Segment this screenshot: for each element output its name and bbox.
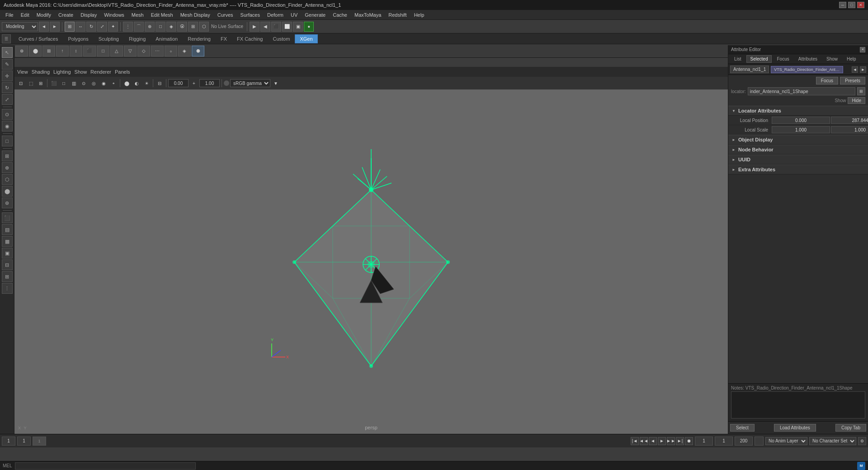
tb2-btn4[interactable]: ⊞: [42, 46, 55, 56]
mel-script-input[interactable]: [15, 462, 196, 470]
tb-render2[interactable]: ◀: [260, 22, 270, 32]
menu-windows[interactable]: Windows: [100, 11, 128, 19]
vp-btn-film[interactable]: ⬚: [26, 79, 35, 88]
tb-ipr[interactable]: ●: [304, 22, 314, 32]
vp-btn-shading5[interactable]: ◎: [89, 79, 98, 88]
tool-snap5[interactable]: ⊛: [2, 197, 13, 208]
tb2-btn6[interactable]: ↕: [70, 46, 82, 56]
notes-textarea[interactable]: [731, 391, 865, 418]
tb-magnet[interactable]: ⦿: [177, 22, 187, 32]
menu-redshift[interactable]: Redshift: [385, 11, 410, 19]
status-settings[interactable]: ⚙: [858, 437, 866, 445]
tb-snap-point[interactable]: ⊕: [145, 22, 155, 32]
tab-animation[interactable]: Animation: [151, 34, 183, 43]
tool-extra5[interactable]: ⊟: [2, 259, 13, 270]
char-set-dropdown[interactable]: No Character Set: [809, 437, 856, 445]
menu-surfaces[interactable]: Surfaces: [237, 11, 264, 19]
menu-mesh[interactable]: Mesh: [128, 11, 147, 19]
vp-colorspace-btn[interactable]: ▼: [271, 79, 280, 88]
tb-render1[interactable]: ▶: [250, 22, 259, 32]
window-controls[interactable]: ─ □ ✕: [839, 2, 864, 8]
view-menu-renderer[interactable]: Renderer: [90, 69, 111, 75]
tool-extra7[interactable]: ⋮: [2, 283, 13, 294]
vp-btn-shading2[interactable]: □: [59, 79, 68, 88]
vp-zero-input[interactable]: [168, 79, 189, 87]
anim-layer-dropdown[interactable]: No Anim Layer: [765, 437, 807, 445]
tb2-btn15[interactable]: ⬣: [192, 46, 204, 56]
attr-tab-list[interactable]: List: [730, 55, 745, 63]
tool-paint[interactable]: ✎: [2, 59, 13, 70]
tool-extra1[interactable]: ⬛: [2, 212, 13, 223]
attr-tab-show[interactable]: Show: [822, 55, 842, 63]
local-pos-x[interactable]: [772, 117, 830, 124]
tb2-btn3[interactable]: ⬤: [29, 46, 42, 56]
tool-snap4[interactable]: ⬤: [2, 186, 13, 197]
tb-btn-2[interactable]: ►: [50, 22, 60, 32]
tb-render3[interactable]: ⬛: [271, 22, 281, 32]
maximize-button[interactable]: □: [848, 2, 855, 8]
menu-curves[interactable]: Curves: [214, 11, 237, 19]
tb2-btn5[interactable]: ↑: [56, 46, 69, 56]
locator-icon[interactable]: ⊞: [857, 87, 865, 95]
tab-xgen[interactable]: XGen: [295, 34, 317, 43]
tool-lasso[interactable]: ⊙: [2, 109, 13, 120]
nav-next[interactable]: ►: [860, 66, 866, 73]
menu-generate[interactable]: Generate: [301, 11, 329, 19]
tab-rendering[interactable]: Rendering: [183, 34, 216, 43]
tab-fx[interactable]: FX: [216, 34, 232, 43]
tab-curves-surfaces[interactable]: Curves / Surfaces: [14, 34, 63, 43]
tb-scale[interactable]: ⤢: [97, 22, 107, 32]
mode-dropdown[interactable]: Modeling: [2, 22, 38, 31]
node-antenna[interactable]: Antenna_ncl1_1: [730, 66, 769, 73]
tb-snap-grid[interactable]: ⋮: [123, 22, 133, 32]
vp-plus[interactable]: +: [189, 79, 198, 88]
menu-mesh-display[interactable]: Mesh Display: [177, 11, 214, 19]
tb-rotate[interactable]: ↻: [86, 22, 96, 32]
tool-extra4[interactable]: ▣: [2, 248, 13, 258]
view-menu-show[interactable]: Show: [75, 69, 87, 75]
view-menu-shading[interactable]: Shading: [32, 69, 50, 75]
pb-goto-end[interactable]: ►|: [676, 437, 684, 445]
presets-button[interactable]: Presets: [840, 77, 865, 85]
focus-button[interactable]: Focus: [816, 77, 838, 85]
tool-extra3[interactable]: ▦: [2, 236, 13, 247]
node-behavior-section[interactable]: ► Node Behavior: [728, 145, 868, 155]
menu-uv[interactable]: UV: [287, 11, 301, 19]
object-display-section[interactable]: ► Object Display: [728, 135, 868, 145]
attr-tab-selected[interactable]: Selected: [746, 55, 772, 63]
tab-rigging[interactable]: Rigging: [124, 34, 151, 43]
tool-snap1[interactable]: ⊞: [2, 150, 13, 161]
tb-snap-5[interactable]: ⊞: [188, 22, 198, 32]
pb-record[interactable]: ⏺: [685, 437, 693, 445]
menu-create[interactable]: Create: [55, 11, 77, 19]
view-menu-view[interactable]: View: [17, 69, 28, 75]
tb-snap-6[interactable]: ⬡: [199, 22, 209, 32]
menu-cache[interactable]: Cache: [329, 11, 351, 19]
tb2-btn12[interactable]: ⋯: [151, 46, 164, 56]
tb2-btn10[interactable]: ▽: [124, 46, 137, 56]
nav-prev[interactable]: ◄: [852, 66, 858, 73]
tb-btn-1[interactable]: ◄: [39, 22, 49, 32]
attr-tab-focus[interactable]: Focus: [773, 55, 793, 63]
vp-btn-light1[interactable]: ⬤: [122, 79, 131, 88]
uuid-section[interactable]: ► UUID: [728, 155, 868, 164]
tb-render5[interactable]: ▣: [293, 22, 303, 32]
tb-move[interactable]: ↔: [75, 22, 85, 32]
vp-btn-layout[interactable]: ⊟: [155, 79, 164, 88]
tab-fx-caching[interactable]: FX Caching: [232, 34, 268, 43]
load-attrs-button[interactable]: Load Attributes: [774, 424, 816, 432]
minimize-button[interactable]: ─: [839, 2, 846, 8]
tb-snap-curve[interactable]: ⌒: [134, 22, 144, 32]
menu-edit[interactable]: Edit: [17, 11, 33, 19]
pb-forward[interactable]: ►: [658, 437, 666, 445]
menu-display[interactable]: Display: [77, 11, 100, 19]
vp-btn-shading1[interactable]: ⬛: [49, 79, 58, 88]
tab-sculpting[interactable]: Sculpting: [94, 34, 124, 43]
tab-custom[interactable]: Custom: [268, 34, 295, 43]
tool-soft-sel[interactable]: ◉: [2, 121, 13, 132]
pb-goto-start[interactable]: |◄: [631, 437, 639, 445]
copy-tab-button[interactable]: Copy Tab: [835, 424, 866, 432]
tb2-btn11[interactable]: ◇: [137, 46, 150, 56]
locator-attrs-section[interactable]: ▼ Locator Attributes: [728, 106, 868, 116]
tb-render4[interactable]: ⬜: [282, 22, 292, 32]
